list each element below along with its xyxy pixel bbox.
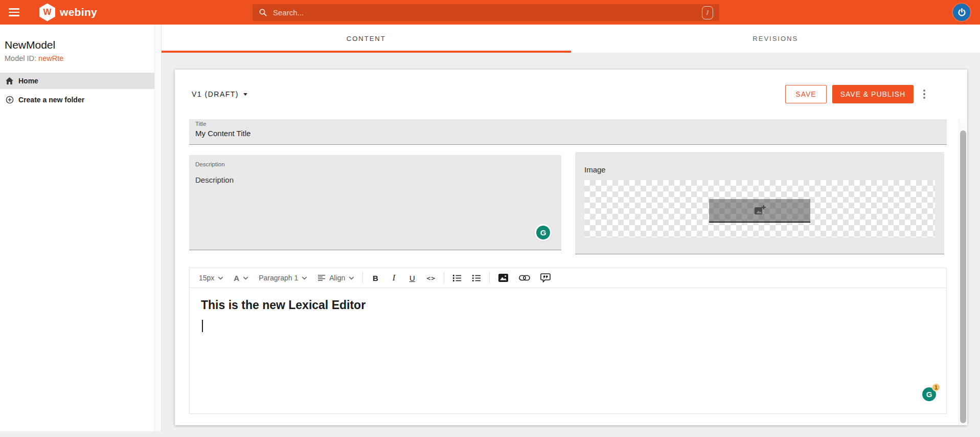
version-label: V1 (DRAFT)	[192, 90, 239, 98]
sidebar-item-home[interactable]: Home	[0, 73, 154, 89]
paragraph-style-value: Paragraph 1	[259, 274, 298, 282]
caret-down-icon	[243, 93, 247, 96]
font-color-dropdown[interactable]: A	[229, 268, 254, 288]
grammarly-suggestion-badge: 1	[932, 383, 940, 391]
webiny-hexagon-icon: W	[39, 4, 55, 21]
sidebar-item-create-folder[interactable]: Create a new folder	[0, 92, 154, 108]
align-label: Align	[329, 274, 345, 282]
logo-wordmark: webiny	[60, 6, 97, 18]
toolbar-divider	[362, 272, 363, 283]
model-title: NewModel	[5, 39, 154, 51]
active-tab-indicator	[162, 51, 571, 53]
image-transparency-checkerboard	[584, 180, 935, 237]
insert-image-button[interactable]	[493, 268, 514, 288]
numbered-list-button[interactable]	[447, 268, 467, 288]
content-tabs: CONTENT REVISIONS	[162, 25, 980, 53]
add-image-icon	[753, 204, 766, 216]
quote-icon	[540, 273, 551, 282]
sidebar: NewModel Model ID: newRte Home Create a …	[0, 25, 154, 431]
content-scrollbar-thumb[interactable]	[960, 130, 966, 423]
image-upload-dropzone[interactable]	[709, 199, 810, 223]
model-id-label: Model ID:	[5, 54, 36, 62]
chevron-down-icon	[218, 276, 223, 280]
image-icon	[498, 273, 509, 282]
align-dropdown[interactable]: Align	[312, 268, 359, 288]
home-icon	[5, 77, 14, 85]
search-input[interactable]	[273, 8, 702, 17]
model-id-value[interactable]: newRte	[38, 54, 63, 62]
search-icon	[259, 8, 267, 17]
bold-glyph: B	[373, 274, 378, 282]
webiny-logo[interactable]: W webiny	[39, 4, 97, 21]
grammarly-icon[interactable]: G	[536, 226, 550, 239]
description-field[interactable]: Description Description G	[189, 155, 561, 250]
font-size-value: 15px	[199, 274, 214, 282]
save-publish-button[interactable]: SAVE & PUBLISH	[832, 85, 914, 103]
rte-content-area[interactable]: This is the new Lexical Editor G 1	[189, 288, 947, 414]
toolbar-divider	[444, 272, 444, 283]
sidebar-item-label: Create a new folder	[18, 96, 84, 104]
rte-toolbar: 15px A Paragraph 1	[189, 268, 947, 288]
search-bar[interactable]: /	[253, 4, 719, 21]
version-selector[interactable]: V1 (DRAFT)	[192, 90, 247, 98]
rte-heading-text: This is the new Lexical Editor	[201, 298, 366, 312]
title-field-value: My Content Title	[195, 129, 941, 138]
shortcut-label: /	[706, 9, 709, 16]
model-id-line: Model ID: newRte	[5, 54, 154, 62]
more-options-icon[interactable]	[919, 85, 929, 103]
numbered-list-icon	[452, 274, 462, 282]
font-color-glyph: A	[234, 274, 239, 282]
content-scrollbar-track[interactable]	[959, 119, 967, 425]
user-avatar[interactable]	[953, 4, 970, 21]
chevron-down-icon	[243, 276, 248, 280]
code-button[interactable]: <>	[421, 268, 441, 288]
chevron-down-icon	[349, 276, 354, 280]
image-field: Image	[575, 152, 944, 254]
power-icon	[957, 8, 967, 17]
logo-letter: W	[43, 7, 51, 17]
description-field-label: Description	[195, 161, 555, 167]
align-left-icon	[317, 274, 326, 281]
sidebar-scrollbar-track[interactable]	[154, 25, 162, 431]
menu-icon[interactable]	[9, 6, 19, 18]
search-shortcut-key: /	[702, 6, 713, 19]
description-field-placeholder: Description	[195, 176, 555, 184]
tab-content[interactable]: CONTENT	[162, 25, 571, 53]
underline-button[interactable]: U	[403, 268, 421, 288]
insert-link-button[interactable]	[514, 268, 535, 288]
image-field-label: Image	[584, 165, 606, 174]
italic-glyph: I	[393, 273, 395, 282]
sidebar-item-label: Home	[18, 77, 38, 85]
entry-editor-card: V1 (DRAFT) SAVE SAVE & PUBLISH Title My …	[175, 70, 967, 425]
italic-button[interactable]: I	[384, 268, 403, 288]
bold-button[interactable]: B	[366, 268, 384, 288]
title-field[interactable]: Title My Content Title	[189, 119, 947, 145]
paragraph-style-dropdown[interactable]: Paragraph 1	[254, 268, 312, 288]
quote-button[interactable]	[535, 268, 556, 288]
font-size-dropdown[interactable]: 15px	[194, 268, 229, 288]
top-app-bar: W webiny /	[0, 0, 980, 25]
tab-label: CONTENT	[347, 35, 386, 42]
lexical-rich-text-editor: 15px A Paragraph 1	[189, 268, 947, 414]
grammarly-icon[interactable]: G 1	[922, 387, 936, 401]
code-glyph: <>	[426, 274, 436, 282]
tab-label: REVISIONS	[753, 35, 798, 42]
tab-revisions[interactable]: REVISIONS	[571, 25, 980, 53]
circle-plus-icon	[5, 96, 14, 104]
save-button[interactable]: SAVE	[785, 85, 826, 103]
chevron-down-icon	[302, 276, 307, 280]
folder-tree: Home Create a new folder	[0, 73, 154, 108]
title-field-label: Title	[195, 121, 941, 127]
text-cursor	[202, 320, 203, 332]
header-actions: SAVE SAVE & PUBLISH	[785, 85, 929, 103]
link-icon	[519, 275, 530, 281]
underline-glyph: U	[409, 274, 415, 282]
bullet-list-icon	[472, 274, 481, 282]
bullet-list-button[interactable]	[467, 268, 486, 288]
toolbar-divider	[489, 272, 490, 283]
